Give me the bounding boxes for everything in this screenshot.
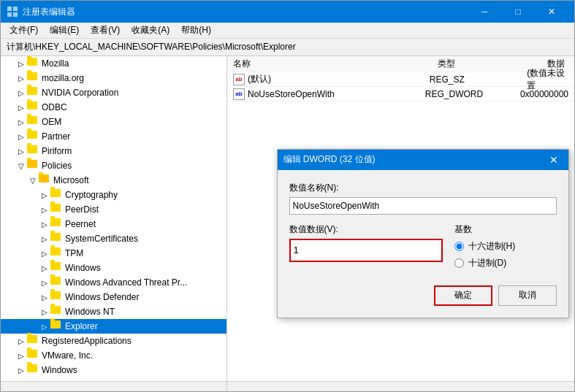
reg-sz-icon: ab (233, 74, 245, 85)
tree-item-tpm[interactable]: ▷ TPM (1, 246, 226, 261)
tree-label: TPM (65, 248, 83, 258)
folder-icon (50, 262, 62, 274)
dialog-title: 编辑 DWORD (32 位值) (283, 153, 545, 166)
value-section: 数值数据(V): (289, 223, 443, 262)
tree-item-vmware[interactable]: ▷ VMware, Inc. (1, 348, 226, 363)
tree-item-explorer[interactable]: ▷ Explorer (1, 319, 226, 334)
expander-icon: ▷ (15, 364, 27, 376)
folder-icon (50, 204, 62, 215)
values-scroll-bottom (227, 381, 574, 391)
expander-icon: ▷ (39, 277, 50, 288)
reg-name: (默认) (248, 73, 430, 85)
tree-scroll-bottom (1, 381, 227, 391)
folder-icon (50, 306, 62, 318)
menu-favorites[interactable]: 收藏夹(A) (126, 23, 175, 38)
hex-radio-option[interactable]: 十六进制(H) (454, 240, 557, 253)
tree-item-cryptography[interactable]: ▷ Cryptography (1, 188, 226, 202)
folder-icon (27, 116, 39, 128)
tree-label: Windows NT (65, 307, 115, 317)
folder-icon (27, 364, 39, 376)
reg-data: (数值未设置 (527, 67, 568, 92)
dec-radio-option[interactable]: 十进制(D) (454, 257, 557, 269)
registry-row-default[interactable]: ab (默认) REG_SZ (数值未设置 (227, 72, 574, 87)
folder-icon (50, 218, 62, 230)
bottom-scroll-area (1, 381, 574, 391)
tree-item-nvidia[interactable]: ▷ NVIDIA Corporation (1, 85, 226, 100)
expander-icon: ▷ (39, 189, 50, 201)
folder-icon (27, 101, 39, 113)
expander-icon: ▷ (15, 145, 27, 157)
ok-button[interactable]: 确定 (434, 285, 492, 306)
name-field-label: 数值名称(N): (289, 182, 557, 194)
tree-item-mozillaorg[interactable]: ▷ mozilla.org (1, 71, 226, 85)
tree-label: RegisteredApplications (42, 336, 132, 346)
menu-help[interactable]: 帮助(H) (175, 23, 217, 38)
main-window: 注册表编辑器 ─ □ ✕ 文件(F) 编辑(E) 查看(V) 收藏夹(A) 帮助… (0, 0, 575, 392)
menu-file[interactable]: 文件(F) (4, 23, 44, 38)
tree-item-policies[interactable]: ▽ Policies (1, 158, 226, 173)
value-input[interactable] (289, 239, 443, 262)
tree-item-defender[interactable]: ▷ Windows Defender (1, 290, 226, 304)
folder-icon (50, 189, 62, 201)
folder-icon (50, 291, 62, 303)
hex-radio[interactable] (454, 242, 464, 251)
window-title: 注册表编辑器 (23, 6, 468, 18)
base-label: 基数 (454, 223, 557, 236)
reg-type: REG_DWORD (425, 89, 520, 99)
expander-icon: ▷ (39, 218, 50, 230)
tree-label: Windows (65, 263, 101, 273)
dialog-close-button[interactable]: ✕ (545, 151, 563, 169)
expander-icon: ▷ (15, 101, 27, 113)
tree-label: NVIDIA Corporation (42, 88, 118, 98)
registry-row-nousestoreopenwith[interactable]: ab NoUseStoreOpenWith REG_DWORD 0x000000… (227, 87, 574, 101)
base-section: 基数 十六进制(H) 十进制(D) (454, 223, 557, 274)
tree-item-oem[interactable]: ▷ OEM (1, 115, 226, 129)
tree-item-windows-sub[interactable]: ▷ Windows (1, 261, 226, 275)
reg-name: NoUseStoreOpenWith (248, 89, 425, 99)
tree-item-peernet[interactable]: ▷ Peernet (1, 217, 226, 231)
expander-icon: ▷ (15, 335, 27, 347)
svg-rect-1 (13, 7, 18, 11)
main-content: ▷ Mozilla ▷ mozilla.org ▷ NVIDIA Corpora… (1, 56, 574, 381)
tree-label: mozilla.org (42, 73, 84, 83)
cancel-button[interactable]: 取消 (498, 285, 557, 306)
minimize-button[interactable]: ─ (468, 1, 501, 23)
tree-label: ODBC (42, 102, 67, 112)
address-bar: 计算机\HKEY_LOCAL_MACHINE\SOFTWARE\Policies… (1, 39, 574, 56)
reg-type: REG_SZ (430, 74, 527, 85)
tree-label: SystemCertificates (65, 234, 138, 244)
tree-item-windowsnt[interactable]: ▷ Windows NT (1, 304, 226, 319)
registry-tree[interactable]: ▷ Mozilla ▷ mozilla.org ▷ NVIDIA Corpora… (1, 56, 227, 381)
tree-item-microsoft[interactable]: ▽ Microsoft (1, 173, 226, 188)
tree-item-windows-top[interactable]: ▷ Windows (1, 363, 226, 377)
tree-item-wat[interactable]: ▷ Windows Advanced Threat Pr... (1, 275, 226, 290)
folder-icon (50, 247, 62, 259)
dialog-buttons: 确定 取消 (289, 285, 557, 306)
dec-label: 十进制(D) (468, 257, 507, 269)
tree-item-systemcerts[interactable]: ▷ SystemCertificates (1, 231, 226, 246)
dec-radio[interactable] (454, 258, 464, 268)
window-controls: ─ □ ✕ (468, 1, 568, 23)
expander-icon: ▷ (39, 306, 50, 318)
folder-icon (27, 87, 39, 99)
menu-view[interactable]: 查看(V) (85, 23, 126, 38)
tree-item-peerdist[interactable]: ▷ PeerDist (1, 202, 226, 217)
tree-item-partner[interactable]: ▷ Partner (1, 129, 226, 144)
tree-item-piriform[interactable]: ▷ Piriform (1, 144, 226, 158)
reg-data: 0x00000000 (520, 89, 568, 99)
folder-icon (27, 131, 39, 142)
close-button[interactable]: ✕ (535, 1, 568, 23)
expander-icon: ▽ (15, 160, 27, 172)
svg-rect-2 (7, 12, 12, 17)
tree-label: Windows Defender (65, 292, 139, 302)
maximize-button[interactable]: □ (501, 1, 535, 23)
title-bar: 注册表编辑器 ─ □ ✕ (1, 1, 574, 23)
name-input[interactable] (289, 197, 557, 215)
app-icon (7, 6, 18, 18)
tree-item-mozilla[interactable]: ▷ Mozilla (1, 56, 226, 71)
menu-edit[interactable]: 编辑(E) (44, 23, 85, 38)
folder-icon (27, 160, 39, 172)
tree-item-regapps[interactable]: ▷ RegisteredApplications (1, 334, 226, 348)
expander-icon: ▷ (39, 262, 50, 274)
tree-item-odbc[interactable]: ▷ ODBC (1, 100, 226, 115)
